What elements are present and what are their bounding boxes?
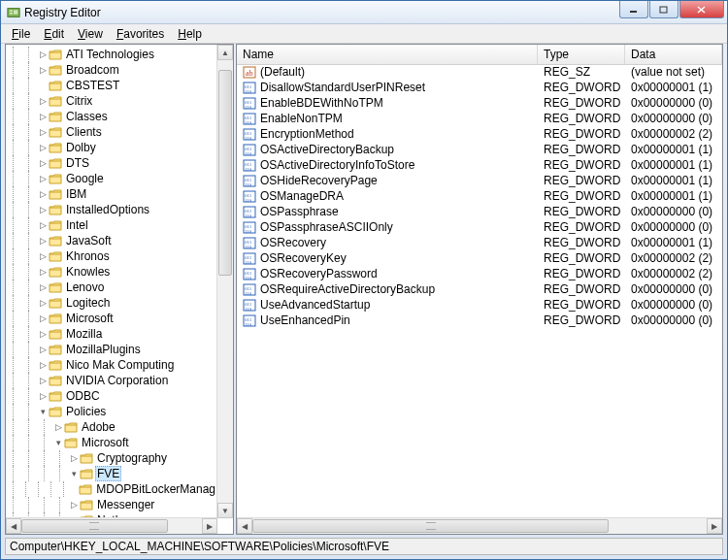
tree-item[interactable]: ▷MozillaPlugins bbox=[6, 342, 217, 357]
expand-icon[interactable]: ▷ bbox=[37, 248, 49, 264]
tree-item[interactable]: ▷ODBC bbox=[6, 388, 217, 404]
scroll-left-arrow-icon[interactable]: ◀ bbox=[6, 518, 21, 534]
expand-icon[interactable]: ▷ bbox=[37, 62, 49, 78]
expand-icon[interactable]: ▷ bbox=[37, 186, 49, 202]
close-button[interactable] bbox=[679, 1, 724, 18]
expand-icon[interactable]: ▷ bbox=[52, 419, 64, 435]
tree-item[interactable]: ▷Microsoft bbox=[6, 311, 217, 326]
list-row[interactable]: OSPassphraseASCIIOnlyREG_DWORD0x00000000… bbox=[237, 219, 722, 235]
tree-item[interactable]: ▷Broadcom bbox=[6, 62, 217, 78]
expand-icon[interactable]: ▷ bbox=[68, 450, 80, 466]
expand-icon[interactable]: ▷ bbox=[37, 388, 49, 404]
tree-item[interactable]: ▷NVIDIA Corporation bbox=[6, 373, 217, 388]
tree-item[interactable]: ▷Clients bbox=[6, 124, 217, 140]
tree-item[interactable]: ▷Mozilla bbox=[6, 326, 217, 342]
list-row[interactable]: OSRecoveryREG_DWORD0x00000001 (1) bbox=[237, 235, 722, 250]
list-row[interactable]: OSRecoveryKeyREG_DWORD0x00000002 (2) bbox=[237, 250, 722, 266]
tree-item[interactable]: ▷Knowles bbox=[6, 264, 217, 280]
scroll-thumb[interactable] bbox=[218, 70, 232, 276]
list-row[interactable]: OSManageDRAREG_DWORD0x00000001 (1) bbox=[237, 188, 722, 204]
tree-item[interactable]: ▷Cryptography bbox=[6, 450, 217, 466]
expand-icon[interactable]: ▷ bbox=[37, 202, 49, 217]
tree-item[interactable]: ▷Logitech bbox=[6, 295, 217, 311]
tree-item[interactable]: ▷Google bbox=[6, 171, 217, 186]
expand-icon[interactable]: ▷ bbox=[37, 233, 49, 248]
menu-favorites[interactable]: Favorites bbox=[110, 26, 171, 42]
list-row[interactable]: (Default)REG_SZ(value not set) bbox=[237, 64, 722, 80]
list-row[interactable]: OSRecoveryPasswordREG_DWORD0x00000002 (2… bbox=[237, 266, 722, 281]
expand-icon[interactable]: ▷ bbox=[37, 357, 49, 373]
scroll-right-arrow-icon[interactable]: ▶ bbox=[202, 518, 217, 534]
values-list[interactable]: (Default)REG_SZ(value not set)DisallowSt… bbox=[237, 64, 722, 518]
titlebar[interactable]: Registry Editor bbox=[1, 1, 727, 24]
list-row[interactable]: OSActiveDirectoryInfoToStoreREG_DWORD0x0… bbox=[237, 157, 722, 173]
expand-icon[interactable]: ▷ bbox=[37, 295, 49, 311]
expand-icon[interactable]: ▷ bbox=[37, 109, 49, 124]
tree-item[interactable]: MDOPBitLockerManag bbox=[6, 481, 217, 497]
tree-item[interactable]: ▾Microsoft bbox=[6, 435, 217, 450]
expand-icon[interactable]: ▷ bbox=[37, 326, 49, 342]
collapse-icon[interactable]: ▾ bbox=[52, 435, 64, 450]
collapse-icon[interactable]: ▾ bbox=[37, 404, 49, 419]
list-row[interactable]: UseAdvancedStartupREG_DWORD0x00000000 (0… bbox=[237, 297, 722, 313]
tree-item[interactable]: ▷Citrix bbox=[6, 93, 217, 109]
tree-item[interactable]: ▾Policies bbox=[6, 404, 217, 419]
expand-icon[interactable]: ▷ bbox=[37, 93, 49, 109]
expand-icon[interactable]: ▷ bbox=[37, 155, 49, 171]
collapse-icon[interactable]: ▾ bbox=[68, 466, 80, 481]
scroll-thumb[interactable] bbox=[252, 519, 609, 533]
expand-icon[interactable]: ▷ bbox=[37, 342, 49, 357]
expand-icon[interactable]: ▷ bbox=[37, 140, 49, 155]
tree-item[interactable]: ▷Messenger bbox=[6, 497, 217, 512]
tree-item[interactable]: ▷Dolby bbox=[6, 140, 217, 155]
scroll-up-arrow-icon[interactable]: ▲ bbox=[217, 45, 233, 60]
minimize-button[interactable] bbox=[619, 1, 648, 18]
tree-item[interactable]: ▷Adobe bbox=[6, 419, 217, 435]
expand-icon[interactable]: ▷ bbox=[37, 217, 49, 233]
list-row[interactable]: EnableNonTPMREG_DWORD0x00000000 (0) bbox=[237, 111, 722, 126]
tree-item[interactable]: ▷Nico Mak Computing bbox=[6, 357, 217, 373]
tree-item[interactable]: ▷Lenovo bbox=[6, 280, 217, 295]
expand-icon[interactable]: ▷ bbox=[37, 280, 49, 295]
menu-file[interactable]: File bbox=[5, 26, 37, 42]
list-horizontal-scrollbar[interactable]: ◀ ▶ bbox=[237, 517, 722, 534]
tree-horizontal-scrollbar[interactable]: ◀ ▶ bbox=[6, 517, 217, 534]
tree-item[interactable]: ▷JavaSoft bbox=[6, 233, 217, 248]
menu-help[interactable]: Help bbox=[171, 26, 209, 42]
tree-vertical-scrollbar[interactable]: ▲ ▼ bbox=[216, 45, 233, 518]
expand-icon[interactable]: ▷ bbox=[37, 264, 49, 280]
expand-icon[interactable]: ▷ bbox=[37, 171, 49, 186]
tree-item[interactable]: ▷ATI Technologies bbox=[6, 47, 217, 62]
list-row[interactable]: OSHideRecoveryPageREG_DWORD0x00000001 (1… bbox=[237, 173, 722, 188]
column-header-type[interactable]: Type bbox=[538, 45, 625, 64]
menu-view[interactable]: View bbox=[71, 26, 110, 42]
expand-icon[interactable]: ▷ bbox=[37, 311, 49, 326]
tree-item[interactable]: ▷IBM bbox=[6, 186, 217, 202]
list-row[interactable]: UseEnhancedPinREG_DWORD0x00000000 (0) bbox=[237, 313, 722, 328]
column-header-name[interactable]: Name bbox=[237, 45, 538, 64]
list-row[interactable]: OSActiveDirectoryBackupREG_DWORD0x000000… bbox=[237, 142, 722, 157]
tree-item[interactable]: CBSTEST bbox=[6, 78, 217, 93]
list-row[interactable]: EnableBDEWithNoTPMREG_DWORD0x00000000 (0… bbox=[237, 95, 722, 111]
maximize-button[interactable] bbox=[649, 1, 678, 18]
list-row[interactable]: OSRequireActiveDirectoryBackupREG_DWORD0… bbox=[237, 281, 722, 297]
expand-icon[interactable]: ▷ bbox=[37, 373, 49, 388]
scroll-down-arrow-icon[interactable]: ▼ bbox=[217, 503, 233, 518]
expand-icon[interactable]: ▷ bbox=[37, 47, 49, 62]
scroll-thumb[interactable] bbox=[21, 519, 168, 533]
list-row[interactable]: OSPassphraseREG_DWORD0x00000000 (0) bbox=[237, 204, 722, 219]
expand-icon[interactable]: ▷ bbox=[68, 497, 80, 512]
scroll-left-arrow-icon[interactable]: ◀ bbox=[237, 518, 252, 534]
tree-item[interactable]: ▷InstalledOptions bbox=[6, 202, 217, 217]
column-header-data[interactable]: Data bbox=[625, 45, 722, 64]
registry-tree[interactable]: ▷ATI Technologies▷BroadcomCBSTEST▷Citrix… bbox=[6, 45, 217, 534]
tree-item[interactable]: ▾FVE bbox=[6, 466, 217, 481]
list-row[interactable]: EncryptionMethodREG_DWORD0x00000002 (2) bbox=[237, 126, 722, 142]
tree-item[interactable]: ▷DTS bbox=[6, 155, 217, 171]
list-row[interactable]: DisallowStandardUserPINResetREG_DWORD0x0… bbox=[237, 80, 722, 95]
scroll-right-arrow-icon[interactable]: ▶ bbox=[707, 518, 722, 534]
tree-item[interactable]: ▷Khronos bbox=[6, 248, 217, 264]
expand-icon[interactable]: ▷ bbox=[37, 124, 49, 140]
tree-item[interactable]: ▷Classes bbox=[6, 109, 217, 124]
tree-item[interactable]: ▷Intel bbox=[6, 217, 217, 233]
